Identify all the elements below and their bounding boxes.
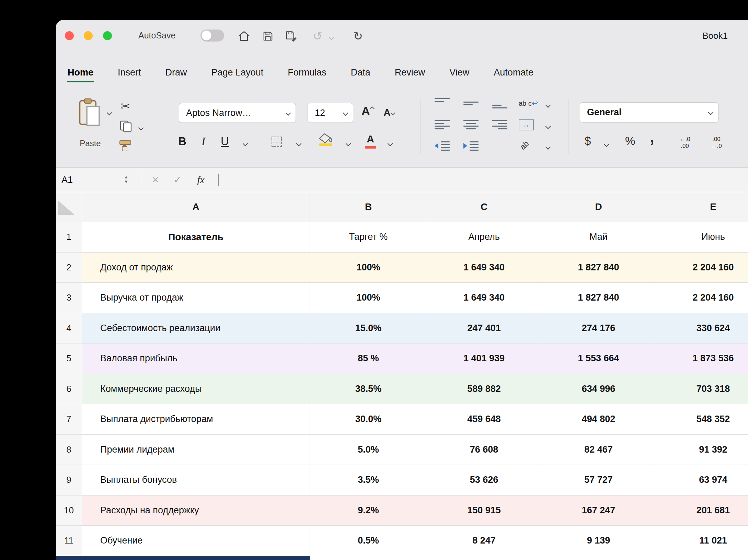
undo-dropdown-chevron-icon[interactable] — [330, 34, 333, 40]
cell-A1[interactable]: Показатель — [82, 222, 310, 253]
column-header-D[interactable]: D — [541, 192, 656, 222]
row-number-11[interactable]: 11 — [56, 526, 82, 556]
align-middle-icon[interactable] — [463, 98, 479, 108]
copy-dropdown-chevron-icon[interactable] — [139, 125, 143, 131]
undo-icon[interactable]: ↺ — [311, 29, 324, 43]
wrap-text-chevron-icon[interactable] — [546, 102, 550, 108]
confirm-entry-button[interactable]: ✓ — [170, 168, 185, 192]
format-painter-icon[interactable] — [119, 139, 134, 153]
currency-format-button[interactable]: $ — [585, 135, 591, 148]
insert-function-button[interactable]: fx — [193, 168, 208, 192]
tab-automate[interactable]: Automate — [493, 67, 534, 82]
row-number-7[interactable]: 7 — [56, 404, 82, 435]
cell-D3[interactable]: 1 827 840 — [541, 283, 656, 313]
merge-center-icon[interactable]: ↔ — [519, 119, 534, 130]
cell-C1[interactable]: Апрель — [427, 222, 541, 253]
cell-D1[interactable]: Май — [541, 222, 656, 253]
borders-dropdown-chevron-icon[interactable] — [297, 141, 301, 147]
cell-A11[interactable]: Обучение — [82, 526, 310, 556]
cell-B11[interactable]: 0.5% — [310, 526, 427, 556]
cell-C2[interactable]: 1 649 340 — [427, 253, 541, 283]
fill-color-chevron-icon[interactable] — [346, 141, 350, 147]
align-right-icon[interactable] — [492, 119, 507, 130]
cell-E3[interactable]: 2 204 160 — [656, 283, 748, 313]
cell-A10[interactable]: Расходы на поддержку — [82, 495, 310, 526]
tab-formulas[interactable]: Formulas — [287, 67, 327, 82]
wrap-text-icon[interactable]: ab c↩ — [519, 99, 538, 108]
row-number-3[interactable]: 3 — [56, 283, 82, 313]
cell-E9[interactable]: 63 974 — [656, 465, 748, 495]
font-name-select[interactable]: Aptos Narrow… — [179, 103, 296, 123]
increase-font-size-button[interactable]: A — [361, 104, 373, 118]
tab-draw[interactable]: Draw — [165, 67, 188, 82]
autosave-toggle[interactable] — [200, 30, 224, 42]
cell-D11[interactable]: 9 139 — [541, 526, 656, 556]
cell-B2[interactable]: 100% — [310, 253, 427, 283]
align-bottom-icon[interactable] — [492, 98, 507, 108]
decrease-font-size-button[interactable]: A — [383, 107, 394, 118]
cell-D5[interactable]: 1 553 664 — [541, 343, 656, 374]
redo-icon[interactable]: ↻ — [351, 29, 365, 43]
home-icon[interactable] — [237, 29, 251, 43]
row-number-10[interactable]: 10 — [56, 495, 82, 526]
cell-B10[interactable]: 9.2% — [310, 495, 427, 526]
borders-icon[interactable] — [272, 137, 282, 147]
cell-D2[interactable]: 1 827 840 — [541, 253, 656, 283]
close-window-button[interactable] — [65, 31, 74, 40]
merge-chevron-icon[interactable] — [546, 124, 550, 130]
column-header-C[interactable]: C — [427, 192, 541, 222]
tab-insert[interactable]: Insert — [117, 67, 142, 82]
cell-A4[interactable]: Себестоимость реализации — [82, 313, 310, 344]
cancel-entry-button[interactable]: × — [148, 168, 163, 192]
row-number-8[interactable]: 8 — [56, 435, 82, 465]
cell-B3[interactable]: 100% — [310, 283, 427, 313]
cell-E6[interactable]: 703 318 — [656, 374, 748, 405]
cell-E1[interactable]: Июнь — [656, 222, 748, 253]
currency-chevron-icon[interactable] — [605, 141, 608, 148]
cell-E5[interactable]: 1 873 536 — [656, 343, 748, 374]
fill-color-icon[interactable] — [319, 133, 333, 145]
tab-review[interactable]: Review — [394, 67, 426, 82]
tab-home[interactable]: Home — [67, 67, 94, 82]
cell-C11[interactable]: 8 247 — [427, 526, 541, 556]
cell-D9[interactable]: 57 727 — [541, 465, 656, 495]
save-as-icon[interactable] — [285, 29, 298, 43]
minimize-window-button[interactable] — [84, 31, 93, 40]
cell-D8[interactable]: 82 467 — [541, 435, 656, 465]
select-all-corner[interactable] — [56, 192, 82, 222]
tab-view[interactable]: View — [449, 67, 470, 82]
cell-C5[interactable]: 1 401 939 — [427, 343, 541, 374]
cell-D6[interactable]: 634 996 — [541, 374, 656, 405]
percent-format-button[interactable]: % — [625, 135, 635, 148]
cell-A8[interactable]: Премии лидерам — [82, 435, 310, 465]
cell-C10[interactable]: 150 915 — [427, 495, 541, 526]
cell-A3[interactable]: Выручка от продаж — [82, 283, 310, 313]
row-number-6[interactable]: 6 — [56, 374, 82, 405]
cell-A2[interactable]: Доход от продаж — [82, 253, 310, 283]
cell-B6[interactable]: 38.5% — [310, 374, 427, 405]
increase-decimal-icon[interactable]: ←.0.00 — [672, 136, 697, 150]
cell-B5[interactable]: 85 % — [310, 343, 427, 374]
cell-E4[interactable]: 330 624 — [656, 313, 748, 344]
paste-clipboard-icon[interactable] — [78, 97, 101, 129]
cell-C4[interactable]: 247 401 — [427, 313, 541, 344]
text-orientation-icon[interactable]: ab — [518, 139, 531, 152]
cell-C7[interactable]: 459 648 — [427, 404, 541, 435]
decrease-decimal-icon[interactable]: .00→.0 — [704, 136, 729, 150]
row-number-1[interactable]: 1 — [56, 222, 82, 253]
cell-B4[interactable]: 15.0% — [310, 313, 427, 344]
cell-E10[interactable]: 201 681 — [656, 495, 748, 526]
cell-E7[interactable]: 548 352 — [656, 404, 748, 435]
row-number-2[interactable]: 2 — [56, 253, 82, 283]
cell-A7[interactable]: Выплата дистрибьюторам — [82, 404, 310, 435]
cell-D7[interactable]: 494 802 — [541, 404, 656, 435]
column-header-B[interactable]: B — [310, 192, 427, 222]
cell-E8[interactable]: 91 392 — [656, 435, 748, 465]
bold-button[interactable]: B — [178, 134, 186, 149]
number-format-select[interactable]: General — [580, 102, 718, 122]
italic-button[interactable]: I — [202, 134, 205, 149]
font-color-icon[interactable]: A — [364, 133, 377, 145]
increase-indent-icon[interactable] — [463, 141, 479, 151]
cell-A6[interactable]: Коммерческие расходы — [82, 374, 310, 405]
row-number-4[interactable]: 4 — [56, 313, 82, 344]
